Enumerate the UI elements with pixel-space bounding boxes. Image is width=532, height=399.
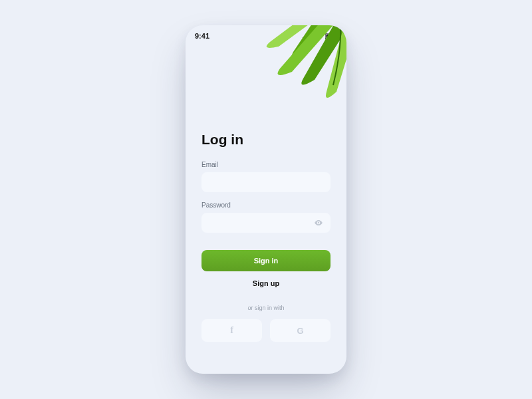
status-time: 9:41 bbox=[195, 32, 209, 40]
login-form: Log in Email Password Sign in Sign up or… bbox=[201, 132, 331, 363]
email-label: Email bbox=[201, 161, 331, 168]
page-title: Log in bbox=[201, 132, 331, 148]
svg-rect-2 bbox=[307, 35, 308, 39]
sign-up-link[interactable]: Sign up bbox=[201, 279, 331, 287]
social-divider: or sign in with bbox=[201, 305, 331, 311]
social-row: f G bbox=[201, 319, 331, 342]
phone-frame: 9:41 Log in Email Password Sign in Sign … bbox=[186, 25, 346, 374]
status-indicators bbox=[303, 33, 337, 39]
password-reveal-button[interactable] bbox=[312, 213, 325, 233]
sign-in-button[interactable]: Sign in bbox=[201, 250, 331, 271]
wifi-icon bbox=[314, 33, 323, 39]
password-label: Password bbox=[201, 201, 331, 209]
svg-rect-3 bbox=[309, 33, 310, 39]
eye-icon bbox=[314, 218, 323, 227]
status-bar: 9:41 bbox=[186, 32, 346, 40]
google-button[interactable]: G bbox=[270, 319, 331, 342]
google-icon: G bbox=[297, 326, 303, 336]
battery-icon bbox=[325, 33, 337, 39]
svg-rect-0 bbox=[303, 37, 304, 39]
svg-rect-5 bbox=[327, 34, 334, 38]
svg-rect-1 bbox=[305, 36, 306, 39]
signal-icon bbox=[303, 33, 311, 39]
facebook-button[interactable]: f bbox=[201, 319, 262, 342]
svg-rect-6 bbox=[336, 35, 337, 37]
password-field[interactable] bbox=[201, 213, 331, 233]
email-field[interactable] bbox=[201, 172, 331, 192]
facebook-icon: f bbox=[230, 325, 233, 336]
